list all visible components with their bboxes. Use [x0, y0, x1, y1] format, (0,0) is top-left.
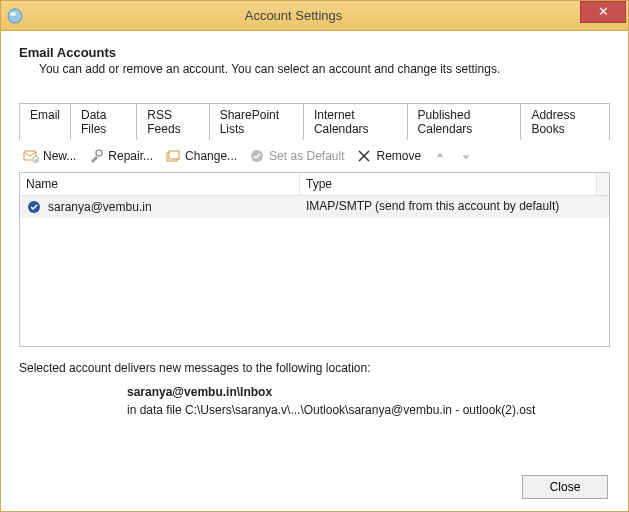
close-icon: ✕ [598, 4, 609, 19]
svg-rect-7 [169, 151, 179, 159]
tab-strip: Email Data Files RSS Feeds SharePoint Li… [19, 102, 610, 140]
default-account-icon [26, 199, 42, 215]
toolbar: ✶ New... Repair... Change... S [19, 140, 610, 172]
change-button[interactable]: Change... [165, 148, 237, 164]
check-circle-icon [249, 148, 265, 164]
row-type: IMAP/SMTP (send from this account by def… [300, 196, 609, 218]
list-row[interactable]: saranya@vembu.in IMAP/SMTP (send from th… [20, 196, 609, 218]
repair-icon [88, 148, 104, 164]
accounts-list: Name Type saranya@vembu.in IMAP/SMTP (se… [19, 172, 610, 347]
tab-address-books[interactable]: Address Books [521, 103, 610, 140]
page-subtitle: You can add or remove an account. You ca… [39, 62, 610, 76]
window-close-button[interactable]: ✕ [580, 1, 626, 23]
move-down-icon [459, 149, 473, 163]
window-title: Account Settings [7, 8, 580, 23]
remove-button[interactable]: Remove [356, 148, 421, 164]
close-button[interactable]: Close [522, 475, 608, 499]
remove-icon [356, 148, 372, 164]
dialog-footer: Close [522, 475, 608, 499]
list-header: Name Type [20, 173, 609, 196]
set-default-button: Set as Default [249, 148, 344, 164]
svg-point-5 [96, 150, 102, 156]
delivery-info: Selected account delivers new messages t… [19, 361, 610, 417]
move-up-icon [433, 149, 447, 163]
delivery-mailbox: saranya@vembu.in\Inbox [127, 385, 610, 399]
new-button[interactable]: ✶ New... [23, 148, 76, 164]
tab-published-calendars[interactable]: Published Calendars [408, 103, 522, 140]
svg-text:✶: ✶ [34, 157, 38, 163]
tab-data-files[interactable]: Data Files [71, 103, 137, 140]
row-name: saranya@vembu.in [48, 200, 152, 214]
col-name[interactable]: Name [20, 173, 300, 195]
tab-internet-calendars[interactable]: Internet Calendars [304, 103, 408, 140]
change-icon [165, 148, 181, 164]
content-area: Email Accounts You can add or remove an … [1, 31, 628, 511]
delivery-intro: Selected account delivers new messages t… [19, 361, 610, 375]
tab-email[interactable]: Email [19, 103, 71, 140]
row-name-cell: saranya@vembu.in [20, 196, 300, 218]
tab-sharepoint-lists[interactable]: SharePoint Lists [210, 103, 304, 140]
repair-button[interactable]: Repair... [88, 148, 153, 164]
delivery-path: in data file C:\Users\saranya.v\...\Outl… [127, 403, 610, 417]
tab-rss-feeds[interactable]: RSS Feeds [137, 103, 209, 140]
page-title: Email Accounts [19, 45, 610, 60]
col-spacer [597, 173, 609, 195]
mail-new-icon: ✶ [23, 148, 39, 164]
account-settings-window: Account Settings ✕ Email Accounts You ca… [0, 0, 629, 512]
titlebar: Account Settings ✕ [1, 1, 628, 31]
col-type[interactable]: Type [300, 173, 597, 195]
